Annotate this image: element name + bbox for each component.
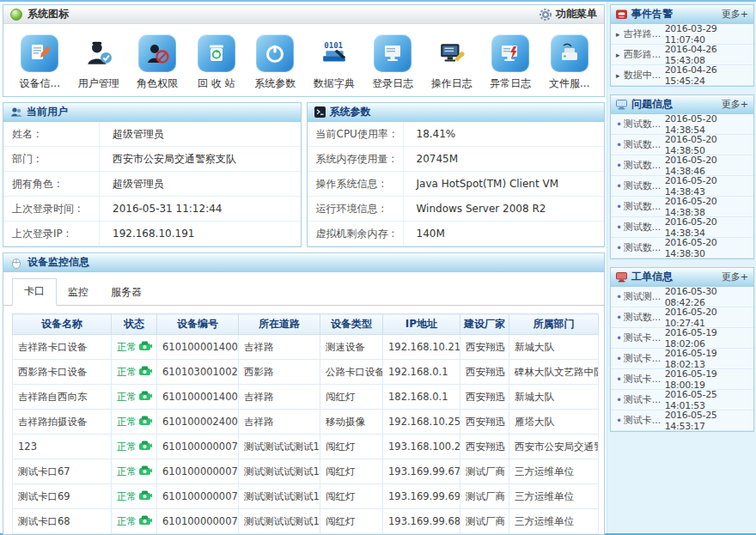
work-order-list-item[interactable]: • 测试卡... 2016-05-19 18:02:06 (611, 328, 753, 349)
dot-bullet-icon: • (616, 396, 624, 404)
problem-list-item[interactable]: • 测试数... 2016-05-20 14:38:34 (611, 217, 753, 238)
field-label: 上次登录时间 : (3, 197, 100, 221)
tab-surveillance[interactable]: 监控 (57, 280, 100, 306)
cell-department: 新城大队 (509, 385, 599, 410)
problem-list-item[interactable]: • 测试数... 2016-05-20 14:38:46 (611, 155, 753, 176)
cell-vendor: 西安翔迅 (460, 335, 509, 360)
item-date: 2016-05-19 18:00:19 (665, 368, 749, 391)
cell-vendor: 西安翔迅 (460, 410, 509, 435)
cell-device-type: 闯红灯 (320, 484, 383, 509)
current-user-rows: 姓名 : 超级管理员 部门 : 西安市公安局交通警察支队 拥有角色 : 超级管理… (3, 122, 301, 246)
toolbar-label: 操作日志 (431, 76, 472, 91)
field-value: 192.168.10.191 (100, 222, 194, 246)
work-order-more-link[interactable]: 更多+ (722, 271, 748, 283)
monitor-blue-icon (616, 99, 627, 110)
tab-checkpoint[interactable]: 卡口 (12, 278, 57, 306)
field-label: 操作系统信息 : (308, 172, 404, 196)
info-row: 当前用户 姓名 : 超级管理员 部门 : 西安市公安局交通警察支队 (3, 102, 605, 247)
monitor-red-icon (616, 271, 627, 283)
system-params-panel: 系统参数 当前CPU使用率 : 18.41% 系统内存使用量 : 20745M (307, 102, 606, 247)
device-monitor-title: 设备监控信息 (27, 255, 89, 270)
status-camera-icon (139, 465, 152, 476)
cell-device-name: 测试卡口68 (13, 509, 112, 534)
cell-ip: 182.168.0.1 (383, 385, 460, 410)
item-date: 2016-05-20 14:38:46 (665, 155, 749, 177)
toolbar-role-permissions[interactable]: 角色权限 (128, 34, 187, 91)
problem-list-item[interactable]: • 测试数... 2016-05-20 14:38:38 (611, 197, 753, 217)
device-table-row[interactable]: 西影路卡口设备 正常 61010300100202 西影路 公路卡口设备 192… (13, 360, 599, 385)
status-text: 正常 (117, 391, 137, 403)
item-title: 吉祥路... (624, 27, 665, 40)
toolbar: 设备信... 用户管理 角色权限 回 收 站 系统参数 (3, 24, 604, 96)
cell-status: 正常 (112, 459, 157, 484)
alarm-list-item[interactable]: ▸ 吉祥路... 2016-03-29 11:07:40 (611, 24, 753, 45)
problem-list-item[interactable]: • 测试数... 2016-05-20 14:38:43 (611, 176, 753, 197)
toolbar-data-dictionary[interactable]: 0101 数据字典 (305, 34, 364, 91)
col-road: 所在道路 (239, 314, 320, 335)
device-table-row[interactable]: 测试卡口68 正常 61010000000701 测试测试试测试1录 闯红灯 1… (13, 509, 599, 534)
status-text: 正常 (117, 465, 137, 477)
cell-device-type: 闯红灯 (320, 459, 383, 484)
toolbar-system-params[interactable]: 系统参数 (246, 34, 305, 91)
item-date: 2016-05-25 14:53:17 (665, 410, 749, 432)
item-title: 测试数... (624, 221, 665, 234)
work-order-list-item[interactable]: • 测试卡... 2016-05-19 18:02:13 (611, 349, 753, 369)
col-device-name: 设备名称 (13, 314, 112, 335)
work-order-header: 工单信息 更多+ (611, 268, 753, 287)
item-title: 测试卡... (624, 331, 665, 344)
problem-info-more-link[interactable]: 更多+ (722, 98, 748, 111)
alarm-list-item[interactable]: ▸ 西影路... 2016-04-26 15:43:08 (611, 45, 753, 65)
work-order-list-item[interactable]: • 测试数... 2016-05-20 10:27:41 (611, 307, 753, 328)
cell-status: 正常 (112, 435, 157, 459)
toolbar-device-info[interactable]: 设备信... (10, 34, 70, 91)
problem-list-item[interactable]: • 测试数... 2016-05-20 14:38:50 (611, 135, 753, 155)
field-label: 运行环境信息 : (308, 197, 404, 221)
status-text: 正常 (117, 490, 137, 502)
toolbar-file-service[interactable]: 文件服... (540, 34, 600, 91)
device-table-row[interactable]: 吉祥路卡口设备 正常 61010000140003 吉祥路 测速设备 192.1… (13, 335, 599, 360)
problem-info-title: 问题信息 (631, 97, 673, 112)
cell-ip: 192.168.10.21 (383, 335, 460, 360)
function-menu-button[interactable]: 功能菜单 (540, 7, 597, 21)
item-date: 2016-05-20 14:38:54 (665, 113, 749, 136)
item-date: 2016-05-20 14:38:43 (665, 175, 749, 198)
work-order-list-item[interactable]: • 测试卡... 2016-05-19 18:00:19 (611, 369, 753, 390)
field-value: 18.41% (404, 122, 456, 146)
toolbar-login-log[interactable]: 登录日志 (363, 34, 423, 91)
cell-device-type: 测速设备 (320, 335, 383, 360)
cell-device-name: 吉祥路卡口设备 (13, 335, 112, 360)
info-field-row: 拥有角色 : 超级管理员 (3, 172, 301, 197)
work-order-list-item[interactable]: • 测试测... 2016-05-30 08:42:26 (611, 287, 753, 307)
event-alarm-more-link[interactable]: 更多+ (722, 8, 748, 21)
device-table-row[interactable]: 123 正常 61010000000701 测试测试试测试1录 闯红灯 193.… (13, 435, 599, 459)
problem-list-item[interactable]: • 测试数... 2016-05-20 14:38:54 (611, 114, 753, 135)
dot-bullet-icon: • (616, 416, 624, 425)
info-field-row: 操作系统信息 : Java HotSpot(TM) Client VM (308, 172, 605, 197)
current-user-title: 当前用户 (27, 105, 68, 119)
work-order-list-item[interactable]: • 测试卡... 2016-05-25 14:01:53 (611, 390, 753, 410)
status-camera-icon (139, 490, 152, 501)
work-order-list-item[interactable]: • 测试卡... 2016-05-25 14:53:17 (611, 410, 753, 431)
problem-list-item[interactable]: • 测试数... 2016-05-20 14:38:30 (611, 238, 753, 258)
field-value: 20745M (404, 147, 459, 171)
device-table-row[interactable]: 测试卡口67 正常 61010000000701 测试测试试测试1录 闯红灯 1… (13, 459, 599, 484)
toolbar-user-management[interactable]: 用户管理 (70, 34, 129, 91)
device-table-row[interactable]: 吉祥路自西向东 正常 61010000140001 吉祥路 闯红灯 182.16… (13, 385, 599, 410)
arrow-bullet-icon: ▸ (616, 30, 624, 39)
cell-vendor: 西安翔迅 (460, 385, 509, 410)
role-permissions-icon (138, 34, 176, 72)
device-table-row[interactable]: 吉祥路拍摄设备 正常 61010000240005 吉祥路 移动摄像 192.1… (13, 410, 599, 435)
tab-server[interactable]: 服务器 (100, 280, 153, 306)
toolbar-recycle-bin[interactable]: 回 收 站 (187, 34, 247, 91)
cell-device-number: 61010000140003 (157, 335, 239, 360)
cell-road: 测试测试试测试1录 (239, 435, 320, 459)
field-label: 上次登录IP : (3, 222, 100, 246)
cell-status: 正常 (112, 509, 157, 534)
status-text: 正常 (117, 515, 137, 527)
toolbar-label: 数据字典 (314, 76, 355, 91)
cell-device-number: 61010000000701 (157, 459, 239, 484)
device-table-row[interactable]: 测试卡口69 正常 61010000000701 测试测试试测试1录 闯红灯 1… (13, 484, 599, 509)
toolbar-operation-log[interactable]: 操作日志 (423, 34, 482, 91)
toolbar-exception-log[interactable]: 异常日志 (481, 34, 540, 91)
alarm-list-item[interactable]: ▸ 数据中... 2016-04-26 15:45:24 (611, 65, 753, 86)
